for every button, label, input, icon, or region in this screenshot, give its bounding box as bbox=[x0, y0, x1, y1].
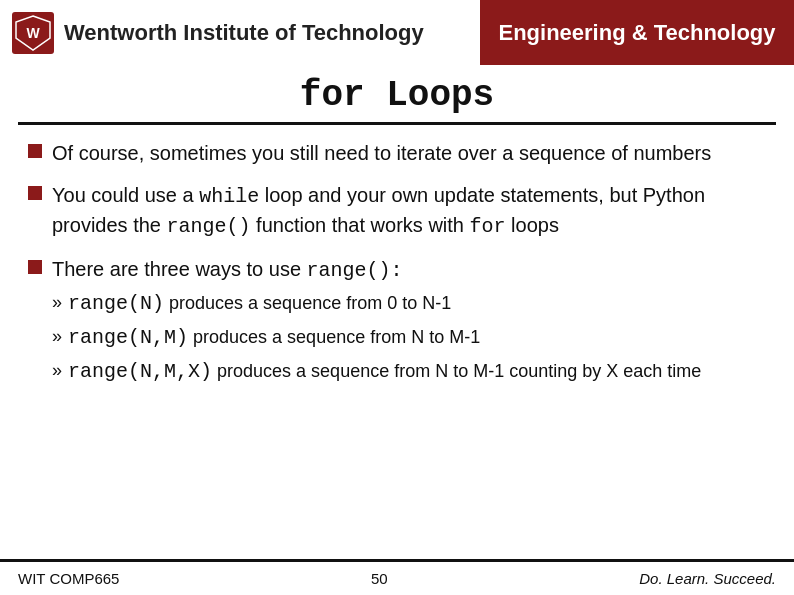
slide-content: Of course, sometimes you still need to i… bbox=[0, 125, 794, 387]
dept-name: Engineering & Technology bbox=[498, 20, 775, 46]
bullet-1-text: Of course, sometimes you still need to i… bbox=[52, 139, 711, 167]
bullet-square-icon-2 bbox=[28, 186, 42, 200]
bullet-item-3: There are three ways to use range(): bbox=[28, 255, 766, 285]
sub-bullet-1: » range(N) produces a sequence from 0 to… bbox=[52, 289, 766, 319]
bullet-1: Of course, sometimes you still need to i… bbox=[28, 139, 766, 167]
footer-slogan: Do. Learn. Succeed. bbox=[639, 570, 776, 587]
sub-bullet-3-text: range(N,M,X) produces a sequence from N … bbox=[68, 357, 701, 387]
sub-arrow-icon-2: » bbox=[52, 323, 62, 350]
sub-bullet-2: » range(N,M) produces a sequence from N … bbox=[52, 323, 766, 353]
slide-title: for Loops bbox=[0, 65, 794, 122]
footer-page: 50 bbox=[371, 570, 388, 587]
svg-text:W: W bbox=[26, 25, 40, 41]
bullet-square-icon bbox=[28, 144, 42, 158]
logo-area: W Wentworth Institute of Technology bbox=[12, 12, 424, 54]
bullet-3: There are three ways to use range(): » r… bbox=[28, 255, 766, 387]
footer-course: WIT COMP665 bbox=[18, 570, 119, 587]
institution-name: Wentworth Institute of Technology bbox=[64, 20, 424, 46]
wit-logo-icon: W bbox=[12, 12, 54, 54]
code-range-colon: range(): bbox=[307, 259, 403, 282]
code-rangeN: range(N) bbox=[68, 292, 164, 315]
bullet-square-icon-3 bbox=[28, 260, 42, 274]
bullet-item-1: Of course, sometimes you still need to i… bbox=[28, 139, 766, 167]
sub-arrow-icon-1: » bbox=[52, 289, 62, 316]
sub-bullet-list: » range(N) produces a sequence from 0 to… bbox=[52, 289, 766, 387]
sub-arrow-icon-3: » bbox=[52, 357, 62, 384]
code-rangeNM: range(N,M) bbox=[68, 326, 188, 349]
sub-bullet-3: » range(N,M,X) produces a sequence from … bbox=[52, 357, 766, 387]
header-left: W Wentworth Institute of Technology bbox=[0, 0, 480, 65]
bullet-2: You could use a while loop and your own … bbox=[28, 181, 766, 241]
code-rangeNMX: range(N,M,X) bbox=[68, 360, 212, 383]
sub-bullet-2-text: range(N,M) produces a sequence from N to… bbox=[68, 323, 480, 353]
header: W Wentworth Institute of Technology Engi… bbox=[0, 0, 794, 65]
bullet-2-text: You could use a while loop and your own … bbox=[52, 181, 766, 241]
bullet-item-2: You could use a while loop and your own … bbox=[28, 181, 766, 241]
bullet-3-text: There are three ways to use range(): bbox=[52, 255, 403, 285]
sub-bullet-1-text: range(N) produces a sequence from 0 to N… bbox=[68, 289, 451, 319]
code-while: while bbox=[199, 185, 259, 208]
header-right: Engineering & Technology bbox=[480, 0, 794, 65]
footer: WIT COMP665 50 Do. Learn. Succeed. bbox=[0, 559, 794, 595]
code-for: for bbox=[470, 215, 506, 238]
code-range: range() bbox=[167, 215, 251, 238]
